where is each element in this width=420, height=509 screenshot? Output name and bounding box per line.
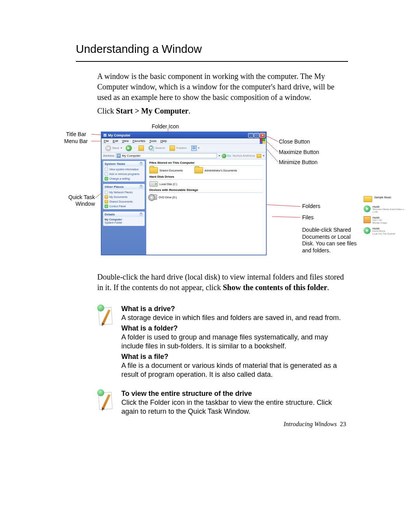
label-folder-icon: Folder Icon [152, 123, 179, 129]
label-folders: Folders [302, 203, 320, 209]
other-places-panel: Other Places˄ My Network Places My Docum… [103, 184, 145, 209]
back-icon: ◄ [105, 145, 111, 151]
a-file: A file is a document or various kinds of… [121, 361, 348, 379]
label-files: Files [302, 214, 314, 220]
folder-icon [149, 167, 158, 173]
q-folder: What is a folder? [121, 324, 348, 333]
svg-line-8 [272, 217, 300, 217]
disk-icon [149, 181, 158, 187]
a-folder: A folder is used to group and manage fil… [121, 333, 348, 351]
forward-button[interactable]: ► [126, 145, 132, 151]
media-icon [364, 227, 371, 234]
address-bar: Address My Computer ▾ →Go Norton AntiVir… [102, 152, 266, 159]
click-instruction: Click Start > My Computer. [97, 107, 348, 115]
menu-favorites[interactable]: Favorites [133, 139, 145, 143]
collapse-icon[interactable]: ˄ [139, 185, 143, 189]
folder-icon [364, 196, 372, 202]
details-panel: Details˄ My Computer System Folder [103, 212, 145, 226]
network-icon [105, 191, 108, 194]
control-panel-link[interactable]: Control Panel [105, 205, 143, 208]
info-icon [105, 168, 108, 171]
section-files-stored: Files Stored on This Computer [149, 161, 263, 166]
shared-documents-item[interactable]: Shared Documents [149, 167, 183, 173]
my-computer-window: My Computer _ □ ✕ File Edit View Favorit… [101, 132, 266, 255]
views-button[interactable]: ▾ [190, 145, 201, 151]
my-documents-link[interactable]: My Documents [105, 195, 143, 199]
page-footer: Introducing Windows 23 [284, 421, 346, 428]
folders-button[interactable]: Folders [168, 145, 188, 151]
note-definitions: What is a drive? A storage device in whi… [97, 304, 348, 379]
up-folder-icon [138, 145, 144, 151]
note-icon [97, 304, 114, 325]
lower-paragraph: Double-click the hard drive (local disk)… [97, 272, 348, 293]
system-tasks-panel: System Tasks˄ View system information Ad… [103, 161, 145, 182]
menu-help[interactable]: Help [161, 139, 167, 143]
address-input[interactable]: My Computer [116, 153, 217, 158]
folder-icon [105, 195, 108, 199]
menu-edit[interactable]: Edit [113, 139, 118, 143]
a-drive: A storage device in which files and fold… [121, 313, 348, 322]
label-menu-bar: Menu Bar [64, 138, 88, 144]
search-icon [149, 145, 154, 151]
menu-view[interactable]: View [122, 139, 129, 143]
go-button[interactable]: →Go [222, 154, 231, 158]
q-drive: What is a drive? [121, 304, 348, 313]
change-setting-link[interactable]: Change a setting [105, 177, 143, 180]
collapse-icon[interactable]: ˄ [139, 162, 143, 166]
go-icon: → [222, 154, 226, 158]
note-icon [97, 389, 114, 409]
svg-line-0 [91, 134, 102, 135]
menu-bar[interactable]: File Edit View Favorites Tools Help [102, 138, 266, 144]
window-diagram: Folder Icon Title Bar Menu Bar Quick Tas… [54, 120, 358, 264]
label-title-bar: Title Bar [66, 131, 86, 137]
section-hard-disk: Hard Disk Drives [149, 175, 263, 180]
address-label: Address [103, 154, 114, 157]
music-file-2[interactable]: music 192 × 32 Bitmap Image [364, 216, 420, 224]
label-doubleclick: Double-click Shared Documents or Local D… [302, 227, 359, 254]
shared-documents-link[interactable]: Shared Documents [105, 200, 143, 203]
close-button[interactable]: ✕ [260, 133, 265, 138]
settings-icon [105, 177, 108, 180]
up-button[interactable] [137, 145, 145, 151]
maximize-button[interactable]: □ [254, 133, 259, 138]
page-heading: Understanding a Window [76, 43, 348, 56]
network-places-link[interactable]: My Network Places [105, 191, 143, 194]
image-icon [364, 216, 371, 223]
title-bar[interactable]: My Computer _ □ ✕ [102, 132, 266, 138]
back-button[interactable]: ◄Back▾ [104, 145, 123, 152]
minimize-button[interactable]: _ [248, 133, 254, 138]
q-file: What is a file? [121, 352, 348, 361]
control-panel-icon [105, 205, 108, 208]
search-button[interactable]: Search [147, 145, 166, 151]
collapse-icon[interactable]: ˄ [139, 212, 143, 216]
intro-paragraph: A window is the basic component in worki… [97, 71, 348, 103]
norton-label: Norton AntiVirus [233, 154, 255, 157]
dvd-icon [149, 194, 157, 200]
folder-icon [105, 200, 108, 203]
views-icon [191, 145, 197, 151]
task-pane: System Tasks˄ View system information Ad… [102, 159, 146, 255]
music-file-1[interactable]: music Windows Media Audio/Video s... 1 K… [364, 205, 420, 213]
media-icon [364, 205, 371, 212]
menu-tools[interactable]: Tools [149, 139, 157, 143]
heading-rule [76, 61, 348, 62]
window-title: My Computer [108, 133, 131, 137]
dvd-drive-item[interactable]: DVD Drive (D:) [149, 194, 177, 200]
section-removable: Devices with Removable Storage [149, 188, 263, 193]
sample-music-folder[interactable]: Sample Music [364, 196, 420, 202]
q-view-structure: To view the entire structure of the driv… [121, 389, 348, 398]
add-remove-programs-link[interactable]: Add or remove programs [105, 172, 143, 176]
label-minimize-button: Minimize Button [279, 159, 318, 165]
my-computer-icon [103, 133, 107, 137]
folders-icon [170, 145, 175, 151]
note-view-structure: To view the entire structure of the driv… [97, 389, 348, 416]
music-file-3[interactable]: music David Byrne Look Into The Eyeball [364, 227, 420, 235]
view-system-info-link[interactable]: View system information [105, 168, 143, 171]
admin-documents-item[interactable]: Administrator's Documents [194, 167, 237, 173]
menu-file[interactable]: File [104, 139, 109, 143]
windows-logo-icon [260, 138, 265, 144]
local-disk-item[interactable]: Local Disk (C:) [149, 181, 177, 187]
svg-line-4 [266, 136, 278, 142]
label-close-button: Close Button [279, 138, 310, 145]
norton-icon [257, 154, 261, 158]
